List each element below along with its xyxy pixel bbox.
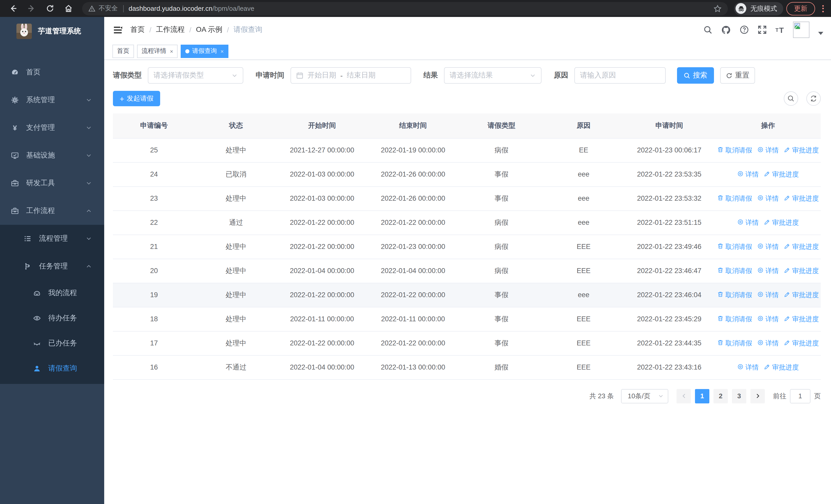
cancel-action-link[interactable]: 取消请假 [717,242,752,251]
calendar-icon [296,72,303,79]
progress-action-link[interactable]: 审批进度 [784,146,819,155]
flow-icon [23,262,32,270]
detail-action-link[interactable]: 详情 [737,363,758,372]
robot-icon [32,289,41,297]
forward-icon[interactable] [24,2,39,15]
bookmark-star-icon[interactable] [713,4,722,12]
cancel-action-link[interactable]: 取消请假 [717,290,752,299]
security-label[interactable]: 不安全 [98,4,118,13]
sidebar-item-基础设施[interactable]: 基础设施 [0,142,104,169]
progress-action-link[interactable]: 审批进度 [784,290,819,299]
back-icon[interactable] [5,2,21,15]
leave-type-select[interactable]: 请选择请假类型 [148,67,243,84]
sidebar-item-流程管理[interactable]: 流程管理 [0,225,104,253]
sidebar-item-待办任务[interactable]: 待办任务 [0,305,104,330]
cell-start_time: 2021-12-27 00:00:00 [277,138,367,162]
sidebar-item-支付管理[interactable]: ¥支付管理 [0,114,104,142]
refresh-table-button[interactable] [806,91,821,106]
browser-menu-icon[interactable] [822,5,824,12]
tab-流程详情[interactable]: 流程详情× [137,45,178,58]
progress-action-link[interactable]: 审批进度 [764,363,799,372]
progress-action-link[interactable]: 审批进度 [784,266,819,275]
sidebar-item-任务管理[interactable]: 任务管理 [0,253,104,280]
robot-icon [33,289,41,297]
detail-action-link[interactable]: 详情 [757,314,779,324]
sidebar-item-请假查询[interactable]: 请假查询 [0,356,104,381]
cell-status: 处理中 [195,235,277,259]
cancel-action-link[interactable]: 取消请假 [717,266,752,275]
view-icon [737,170,744,178]
avatar-caret-icon[interactable] [818,32,823,35]
sidebar-item-工作流程[interactable]: 工作流程 [0,197,104,225]
progress-action-link[interactable]: 审批进度 [784,338,819,348]
create-leave-button[interactable]: + 发起请假 [113,91,160,106]
toolbox-icon [11,179,19,187]
detail-action-link[interactable]: 详情 [737,170,758,179]
cancel-action-link[interactable]: 取消请假 [717,314,752,324]
breadcrumb-item[interactable]: OA 示例 [196,25,223,34]
page-button-2[interactable]: 2 [713,389,728,403]
edit-icon [784,267,791,273]
detail-action-link[interactable]: 详情 [757,290,779,299]
toggle-search-button[interactable] [784,91,798,106]
update-button[interactable]: 更新 [786,2,815,15]
collapse-sidebar-icon[interactable] [112,24,123,35]
cancel-action-link[interactable]: 取消请假 [717,338,752,348]
view-icon [757,242,764,251]
cancel-action-link[interactable]: 取消请假 [717,146,752,155]
column-header: 结束时间 [367,113,459,138]
reload-icon[interactable] [42,2,57,15]
font-size-icon[interactable]: TT [775,25,784,34]
avatar[interactable] [793,22,809,38]
sidebar-item-研发工具[interactable]: 研发工具 [0,169,104,197]
tab-请假查询[interactable]: 请假查询× [181,45,228,58]
detail-action-link[interactable]: 详情 [757,338,779,348]
next-page-button[interactable] [750,389,765,403]
sidebar-item-已办任务[interactable]: 已办任务 [0,330,104,356]
chevron-up-icon [86,263,92,269]
close-icon[interactable]: × [221,48,224,54]
cancel-action-link[interactable]: 取消请假 [717,194,752,203]
reset-button[interactable]: 重置 [720,67,755,84]
result-select[interactable]: 请选择流结果 [444,67,542,84]
help-icon[interactable] [739,25,749,34]
warning-icon [88,5,95,12]
view-icon [757,339,764,347]
page-button-1[interactable]: 1 [695,389,709,403]
detail-action-link[interactable]: 详情 [757,266,779,275]
detail-action-link[interactable]: 详情 [757,194,779,203]
search-icon[interactable] [703,25,712,34]
home-icon[interactable] [61,2,76,15]
close-icon[interactable]: × [170,48,173,54]
breadcrumb-item[interactable]: 工作流程 [156,25,185,34]
tab-首页[interactable]: 首页 [112,45,134,58]
page-size-select[interactable]: 10条/页 [621,389,668,403]
prev-page-button[interactable] [677,389,691,403]
url-host: dashboard.yudao.iocoder.cn [128,5,212,12]
github-icon[interactable] [721,25,730,35]
page-button-3[interactable]: 3 [732,389,746,403]
reason-input[interactable]: 请输入原因 [574,67,666,84]
chevron-down-icon [86,152,92,158]
cell-apply_time: 2022-01-23 00:06:17 [623,138,715,162]
progress-action-link[interactable]: 审批进度 [784,242,819,251]
progress-action-link[interactable]: 审批进度 [764,218,799,227]
apply-time-range-picker[interactable]: 开始日期 - 结束日期 [290,67,411,84]
detail-action-link[interactable]: 详情 [757,146,779,155]
edit-icon [784,146,791,154]
search-button[interactable]: 搜索 [677,67,714,84]
detail-action-link[interactable]: 详情 [757,242,779,251]
sidebar-item-我的流程[interactable]: 我的流程 [0,280,104,305]
breadcrumb-item[interactable]: 首页 [131,25,145,34]
url-bar[interactable]: 不安全 dashboard.yudao.iocoder.cn/bpm/oa/le… [82,2,728,15]
progress-action-link[interactable]: 审批进度 [784,314,819,324]
cell-leave_type: 病假 [459,138,544,162]
sidebar-item-系统管理[interactable]: 系统管理 [0,86,104,114]
detail-action-link[interactable]: 详情 [737,218,758,227]
goto-page-input[interactable]: 1 [790,389,810,403]
fullscreen-icon[interactable] [757,25,767,34]
incognito-label: 无痕模式 [750,4,777,13]
progress-action-link[interactable]: 审批进度 [764,170,799,179]
sidebar-item-首页[interactable]: 首页 [0,59,104,86]
progress-action-link[interactable]: 审批进度 [784,194,819,203]
